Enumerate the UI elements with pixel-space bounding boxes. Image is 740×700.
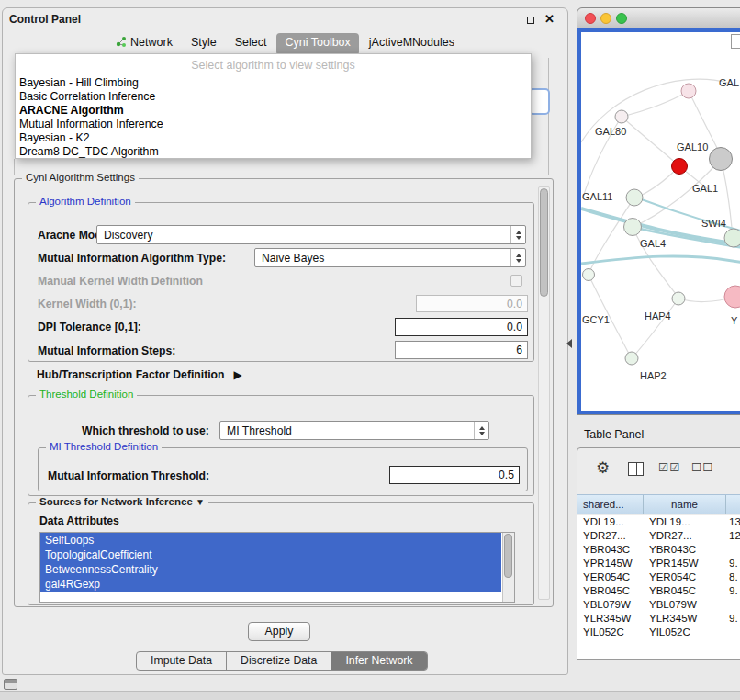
mi-algorithm-type-select[interactable]: Naive Bayes: [254, 248, 526, 267]
network-node-label: GAL11: [582, 191, 612, 202]
scrollbar-thumb[interactable]: [540, 188, 548, 297]
attribute-item-selected[interactable]: BetweennessCentrality: [40, 562, 501, 577]
network-canvas[interactable]: GAL GAL80 GAL10 GAL11 GAL1 SWI4 GAL4 GCY…: [581, 32, 740, 412]
select-all-icon[interactable]: ☑☑: [658, 460, 680, 474]
hub-definition-section[interactable]: Hub/Transcription Factor Definition ▶: [37, 368, 242, 381]
tab-label: Network: [130, 36, 173, 49]
apply-button[interactable]: Apply: [248, 622, 310, 641]
attribute-item-selected[interactable]: SelfLoops: [40, 533, 501, 548]
hidden-group-border: [548, 58, 549, 175]
algorithm-option-selected[interactable]: ARACNE Algorithm: [16, 104, 531, 118]
network-window-titlebar[interactable]: [577, 8, 740, 28]
network-node-highlighted[interactable]: [672, 159, 688, 175]
attribute-item-selected[interactable]: TopologicalCoefficient: [40, 548, 501, 562]
table-panel-title: Table Panel: [584, 428, 644, 441]
network-node[interactable]: [681, 84, 696, 98]
tab-style[interactable]: Style: [183, 33, 225, 55]
which-threshold-select[interactable]: MI Threshold: [219, 421, 489, 440]
table-row[interactable]: YER054CYER054C8.: [577, 570, 740, 584]
table-row[interactable]: YDL19...YDL19...13: [577, 515, 740, 529]
close-icon[interactable]: ✕: [544, 12, 555, 26]
sources-group: Sources for Network Inference ▼ Data Att…: [28, 502, 534, 605]
algorithm-option[interactable]: Mutual Information Inference: [16, 118, 531, 131]
algorithm-option[interactable]: Bayesian - Hill Climbing: [16, 76, 531, 90]
control-panel-titlebar[interactable]: Control Panel ✕: [3, 8, 567, 30]
combo-arrows-icon: [510, 226, 525, 243]
network-node-label: SWI4: [701, 218, 726, 229]
tab-network[interactable]: Network: [107, 33, 181, 55]
group-title: Algorithm Definition: [36, 196, 135, 207]
table-row[interactable]: YDR27...YDR27...12: [577, 529, 740, 543]
minimize-button[interactable]: [600, 13, 611, 24]
network-node[interactable]: [625, 352, 638, 365]
list-scrollbar[interactable]: [502, 533, 514, 602]
which-threshold-label: Which threshold to use:: [82, 424, 209, 437]
network-node[interactable]: [724, 286, 740, 308]
network-node[interactable]: [710, 148, 733, 171]
network-node-label: GAL1: [692, 183, 718, 194]
settings-scrollbar[interactable]: [538, 186, 550, 600]
group-title: Threshold Definition: [36, 389, 137, 400]
close-button[interactable]: [585, 13, 596, 24]
attributes-listbox[interactable]: SelfLoops TopologicalCoefficient Between…: [39, 532, 515, 603]
algorithm-dropdown-popup: Select algorithm to view settings Bayesi…: [15, 53, 532, 159]
network-node[interactable]: [583, 269, 595, 281]
group-title: MI Threshold Definition: [46, 441, 162, 452]
column-header-shared[interactable]: shared...: [577, 495, 644, 514]
float-window-icon[interactable]: [527, 17, 534, 24]
network-node[interactable]: [615, 110, 628, 123]
scrollbar-thumb[interactable]: [504, 534, 512, 578]
threshold-definition-group: Threshold Definition Which threshold to …: [28, 395, 534, 496]
zoom-button[interactable]: [616, 13, 627, 24]
tab-impute-data[interactable]: Impute Data: [137, 652, 226, 670]
tab-jactivemnodules[interactable]: jActiveMNodules: [361, 33, 463, 55]
algorithm-option[interactable]: Dream8 DC_TDC Algorithm: [16, 145, 531, 159]
network-node[interactable]: [724, 229, 740, 247]
selected-value: Discovery: [97, 229, 510, 242]
table-row[interactable]: YIL052CYIL052C: [577, 626, 740, 639]
expand-right-icon[interactable]: ▶: [234, 368, 242, 381]
tab-infer-network[interactable]: Infer Network: [331, 652, 426, 670]
network-node-label: HAP2: [640, 370, 667, 381]
column-header-name[interactable]: name: [644, 495, 726, 514]
hub-definition-label: Hub/Transcription Factor Definition: [37, 368, 225, 381]
algorithm-option[interactable]: Basic Correlation Inference: [16, 90, 531, 104]
mi-steps-input[interactable]: [395, 341, 528, 359]
algorithm-option[interactable]: Bayesian - K2: [16, 131, 531, 145]
network-tab-icon: [116, 37, 127, 47]
tab-label: Style: [191, 36, 217, 49]
table-row[interactable]: YBR045CYBR045C9.: [577, 584, 740, 598]
table-row[interactable]: YBL079WYBL079W: [577, 598, 740, 612]
table-row[interactable]: YLR345WYLR345W9.: [577, 612, 740, 626]
network-node[interactable]: [626, 189, 643, 206]
mi-threshold-input[interactable]: [389, 466, 520, 484]
columns-icon[interactable]: [628, 462, 644, 476]
mi-steps-label: Mutual Information Steps:: [38, 344, 175, 357]
column-header-extra[interactable]: [726, 495, 740, 514]
tab-discretize-data[interactable]: Discretize Data: [226, 652, 331, 670]
network-node[interactable]: [624, 219, 642, 236]
deselect-all-icon[interactable]: ☐☐: [691, 460, 713, 474]
table-row[interactable]: YPR145WYPR145W9.: [577, 557, 740, 570]
collapse-down-icon[interactable]: ▼: [196, 497, 205, 507]
hidden-group-border: [14, 175, 549, 175]
gear-icon[interactable]: ⚙: [596, 458, 610, 478]
tab-cyni-toolbox[interactable]: Cyni Toolbox: [276, 33, 358, 55]
network-node[interactable]: [672, 292, 685, 305]
table-row[interactable]: YBR043CYBR043C: [577, 543, 740, 557]
tab-select[interactable]: Select: [227, 33, 275, 55]
desktop: Control Panel ✕ Network Style Select Cyn…: [0, 0, 740, 700]
network-highlight-edges: [581, 198, 740, 264]
aracne-mode-select[interactable]: Discovery: [96, 225, 526, 244]
splitter-collapse-arrow[interactable]: [566, 339, 572, 348]
kernel-width-label: Kernel Width (0,1):: [38, 298, 137, 310]
manual-kernel-width-label: Manual Kernel Width Definition: [38, 275, 203, 288]
manual-kernel-width-checkbox[interactable]: [510, 275, 522, 287]
dpi-tolerance-input[interactable]: [395, 318, 528, 336]
docked-panel-icon[interactable]: [4, 679, 17, 690]
kernel-width-input[interactable]: [416, 295, 528, 312]
network-canvas-frame: GAL GAL80 GAL10 GAL11 GAL1 SWI4 GAL4 GCY…: [577, 28, 740, 414]
sources-title[interactable]: Sources for Network Inference ▼: [36, 496, 208, 507]
canvas-corner-widget[interactable]: [731, 34, 740, 49]
attribute-item-selected[interactable]: gal4RGexp: [40, 577, 501, 592]
